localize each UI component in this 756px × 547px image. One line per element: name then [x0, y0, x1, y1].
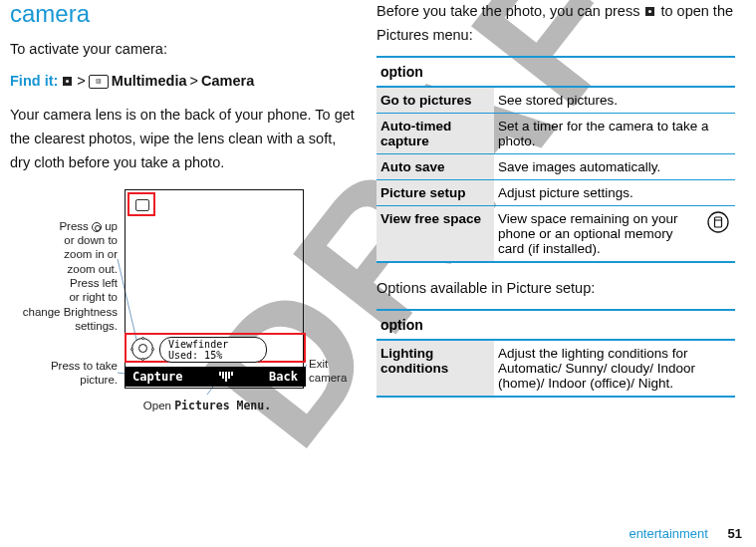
picture-setup-intro: Options available in Picture setup: [377, 277, 735, 301]
table-row: Go to pictures See stored pictures. [377, 87, 735, 114]
option-name: View free space [377, 205, 494, 262]
option-desc: View space remaining on your phone or an… [494, 205, 735, 262]
viewfinder-label: Viewfinder [168, 339, 228, 350]
callout-open-pre: Open [143, 400, 174, 411]
softkey-bar: Capture Back [125, 367, 306, 387]
separator-gt: > [190, 70, 198, 94]
lens-icon [135, 199, 149, 211]
menu-bars-icon [219, 372, 233, 382]
page-footer: entertainment 51 [629, 526, 742, 541]
right-column: Before you take the photo, you can press… [359, 0, 747, 547]
page-root: camera To activate your camera: Find it:… [0, 0, 756, 547]
table-row: Auto save Save images automatically. [377, 153, 735, 179]
nav-ring-icon [131, 338, 153, 360]
picture-setup-table: option Lighting conditions Adjust the li… [377, 309, 735, 398]
softkey-left-label: Capture [132, 370, 183, 384]
svg-point-1 [708, 212, 728, 232]
table-header: option [377, 57, 735, 87]
separator-gt: > [77, 70, 85, 94]
path-multimedia: Multimedia [112, 70, 187, 94]
section-heading: camera [10, 0, 359, 28]
path-camera: Camera [201, 70, 254, 94]
table-row: View free space View space remaining on … [377, 205, 735, 262]
option-name: Go to pictures [377, 87, 494, 114]
table-row: Auto-timed capture Set a timer for the c… [377, 113, 735, 153]
option-name: Auto save [377, 153, 494, 179]
option-name: Picture setup [377, 179, 494, 205]
callout-open-menu: Open Pictures Menu. [118, 399, 297, 412]
multimedia-icon: ▥ [89, 75, 109, 89]
option-desc: Adjust picture settings. [494, 179, 735, 205]
lens-paragraph: Your camera lens is on the back of your … [10, 104, 359, 175]
find-it-line: Find it: > ▥ Multimedia > Camera [10, 70, 359, 94]
viewfinder-used: Used: 15% [168, 350, 222, 361]
viewfinder-status: Viewfinder Used: 15% [159, 337, 267, 363]
right-intro: Before you take the photo, you can press… [377, 0, 735, 48]
callout-open-menu-name: Pictures Menu. [174, 399, 271, 412]
find-it-label: Find it: [10, 70, 58, 94]
option-name: Lighting conditions [377, 340, 494, 397]
softkey-right-label: Back [269, 370, 298, 384]
nav-key-icon [92, 222, 102, 232]
intro-text: To activate your camera: [10, 38, 359, 62]
option-desc: Save images automatically. [494, 153, 735, 179]
footer-page-number: 51 [728, 526, 742, 541]
memory-card-icon [707, 211, 729, 233]
table-header: option [377, 310, 735, 340]
lens-highlight-box [127, 192, 155, 216]
footer-section: entertainment [629, 526, 708, 541]
callout-exit: Exit camera [309, 357, 357, 386]
option-desc: Set a timer for the camera to take a pho… [494, 113, 735, 153]
table-row: Lighting conditions Adjust the lighting … [377, 340, 735, 397]
pictures-menu-table: option Go to pictures See stored picture… [377, 56, 735, 263]
callout-take-picture: Press to take picture. [10, 359, 118, 388]
option-name: Auto-timed capture [377, 113, 494, 153]
camera-diagram: Viewfinder Used: 15% Capture Back Press … [10, 189, 349, 418]
callout-zoom: Press upor down tozoom in orzoom out.Pre… [10, 219, 118, 334]
center-key-icon [645, 7, 654, 16]
center-key-icon [63, 77, 72, 86]
option-desc: Adjust the lighting conditions for Autom… [494, 340, 735, 397]
option-desc-text: View space remaining on your phone or an… [498, 211, 678, 256]
option-desc: See stored pictures. [494, 87, 735, 114]
right-intro-pre: Before you take the photo, you can press [377, 3, 643, 19]
table-row: Picture setup Adjust picture settings. [377, 179, 735, 205]
left-column: camera To activate your camera: Find it:… [0, 0, 359, 547]
svg-rect-2 [715, 217, 722, 227]
